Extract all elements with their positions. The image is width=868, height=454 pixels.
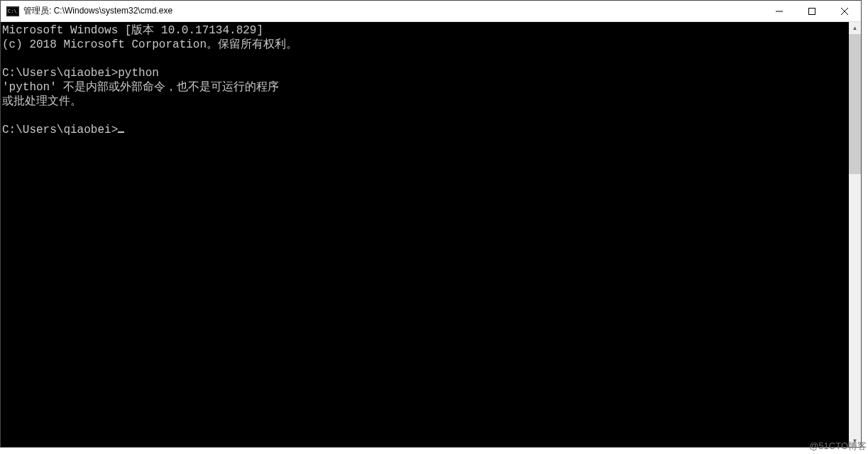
maximize-button[interactable] [796,1,828,21]
error-line: 'python' 不是内部或外部命令，也不是可运行的程序 [2,81,279,94]
error-line: 或批处理文件。 [2,95,82,108]
svg-rect-4 [809,8,815,14]
prompt-text: C:\Users\qiaobei> [2,124,118,136]
cmd-icon: C:\ [6,6,19,16]
prompt-text: C:\Users\qiaobei> [2,67,118,80]
cmd-window: C:\ 管理员: C:\Windows\system32\cmd.exe Mic… [0,0,862,448]
scroll-track[interactable] [849,34,861,435]
scroll-thumb[interactable] [849,34,861,174]
watermark-text: @51CTO博客 [809,440,867,453]
close-button[interactable] [828,1,861,21]
prompt-line: C:\Users\qiaobei> [2,124,124,136]
version-line: Microsoft Windows [版本 10.0.17134.829] [2,24,263,37]
vertical-scrollbar[interactable]: ▲ ▼ [849,22,861,447]
cursor [118,131,124,133]
window-title: 管理员: C:\Windows\system32\cmd.exe [23,5,172,17]
command-text: python [118,67,159,80]
prompt-line: C:\Users\qiaobei>python [2,67,159,80]
terminal-output[interactable]: Microsoft Windows [版本 10.0.17134.829] (c… [1,22,849,447]
window-controls [763,1,861,21]
scroll-up-arrow[interactable]: ▲ [849,22,861,34]
svg-text:C:\: C:\ [8,9,17,14]
copyright-line: (c) 2018 Microsoft Corporation。保留所有权利。 [2,38,297,51]
content-area: Microsoft Windows [版本 10.0.17134.829] (c… [1,22,861,447]
minimize-button[interactable] [763,1,796,21]
titlebar[interactable]: C:\ 管理员: C:\Windows\system32\cmd.exe [1,1,861,22]
